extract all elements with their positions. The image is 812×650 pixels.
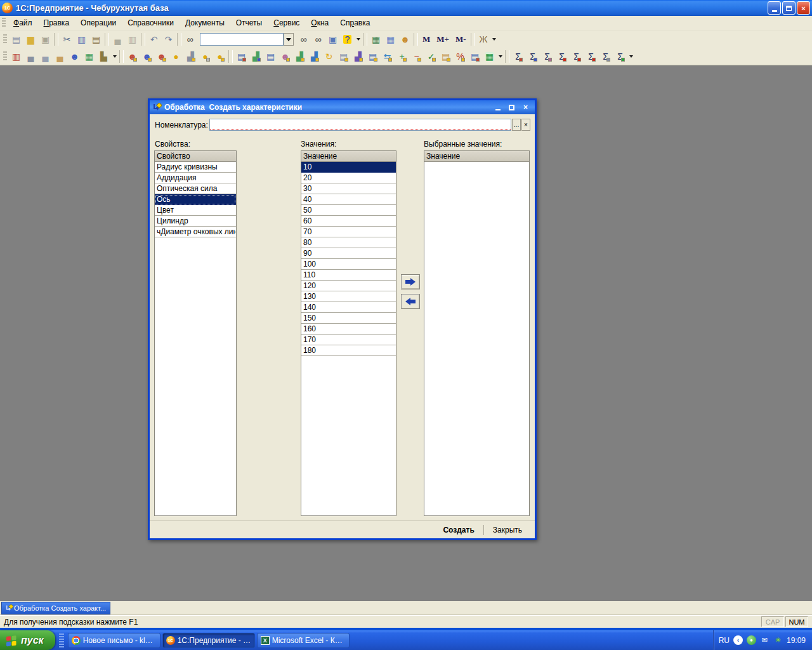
list-item[interactable]: 100	[301, 259, 396, 270]
icq-icon[interactable]: ✳	[773, 635, 783, 645]
list-item[interactable]: Аддидация	[155, 173, 236, 183]
taskbar-task[interactable]: XMicrosoft Excel - Кни...	[257, 633, 350, 648]
dialog-close-button[interactable]: ×	[521, 103, 530, 112]
language-indicator[interactable]: RU	[719, 636, 730, 645]
menu-file[interactable]: Файл	[8, 17, 38, 29]
windows-list-icon[interactable]: ▣	[325, 32, 340, 46]
move-right-button[interactable]	[401, 274, 420, 289]
start-button[interactable]: пуск	[0, 630, 55, 650]
doc-refresh-icon[interactable]: ⇆	[380, 50, 395, 63]
sigma-cube2-icon[interactable]: Σ	[569, 50, 584, 63]
quick-search-input[interactable]	[200, 33, 284, 46]
list-column-header[interactable]: Свойство	[155, 151, 236, 162]
list-item[interactable]: 110	[301, 270, 396, 281]
print-doc2-icon[interactable]: ▄	[38, 50, 53, 63]
coins-percent-icon[interactable]: %	[453, 50, 468, 63]
person-coins-orange-icon[interactable]: ☻	[154, 50, 169, 63]
doc-person2-icon[interactable]: ▤	[468, 50, 482, 63]
dialog-minimize-button[interactable]	[493, 103, 502, 112]
redo-icon[interactable]: ↷	[161, 32, 176, 46]
person-coins-red-icon[interactable]: ☻	[125, 50, 140, 63]
sigma-person-gray-icon[interactable]: Σ	[540, 50, 554, 63]
help-dropdown-icon[interactable]	[355, 33, 362, 46]
doc-coins-person-icon[interactable]: ▤	[336, 50, 351, 63]
sigma-person-red-icon[interactable]: Σ	[511, 50, 525, 63]
list-item[interactable]: 70	[301, 227, 396, 237]
list-item[interactable]: Радиус кривизны	[155, 162, 236, 173]
coins-doc-icon[interactable]: ▤	[438, 50, 453, 63]
monitor-plus-button[interactable]: М+	[433, 33, 452, 46]
list-item[interactable]: 60	[301, 216, 396, 227]
save-icon[interactable]: ▣	[38, 32, 53, 46]
nomenclature-clear-button[interactable]: ×	[521, 119, 530, 131]
restore-button[interactable]	[782, 1, 796, 15]
payroll-table-icon[interactable]: ▦	[82, 50, 96, 63]
doc-report-icon[interactable]: ▤	[263, 50, 278, 63]
doc-coins-icon[interactable]: ▤	[365, 50, 380, 63]
collapse-tray-icon[interactable]: ‹	[733, 635, 743, 645]
list-item[interactable]: Ось	[155, 194, 236, 205]
messenger-icon[interactable]: ●	[747, 635, 756, 645]
sigma-person-blue-icon[interactable]: Σ	[525, 50, 540, 63]
paste-icon[interactable]: ▤	[89, 32, 103, 46]
open-icon[interactable]: ▆	[23, 32, 38, 46]
operations-dropdown-icon[interactable]	[497, 50, 504, 63]
copy-icon[interactable]: ▥	[74, 32, 89, 46]
print-doc3-icon[interactable]: ▄	[53, 50, 67, 63]
cut-icon[interactable]: ✂	[60, 32, 74, 46]
structure-tree-icon[interactable]: ▦	[482, 50, 497, 63]
coins-stack-icon[interactable]: ●	[198, 50, 213, 63]
menu-documents[interactable]: Документы	[180, 17, 230, 29]
list-item[interactable]: Цвет	[155, 205, 236, 216]
menu-edit[interactable]: Правка	[38, 17, 75, 29]
user-lock-icon[interactable]: ☻	[398, 32, 412, 46]
list-item[interactable]: 140	[301, 302, 396, 313]
person-coin-icon[interactable]: ☻	[278, 50, 292, 63]
chart-coins-icon[interactable]: ▟	[292, 50, 307, 63]
list-column-header[interactable]: Значение	[424, 151, 529, 162]
combo-dropdown-icon[interactable]	[284, 33, 294, 46]
list-item[interactable]: 150	[301, 313, 396, 324]
list-item[interactable]: 120	[301, 281, 396, 291]
taskbar-task[interactable]: Новое письмо - klerlt...	[68, 633, 160, 648]
menu-windows[interactable]: Окна	[305, 17, 334, 29]
monitor-button[interactable]: М	[419, 33, 433, 46]
list-item[interactable]: 20	[301, 173, 396, 183]
nomenclature-select-button[interactable]: ...	[512, 119, 521, 131]
chart-coin-icon[interactable]: ▟	[351, 50, 365, 63]
find-icon[interactable]: ∞	[183, 32, 197, 46]
create-button[interactable]: Создать	[435, 524, 481, 536]
doc-person-icon[interactable]: ▤	[234, 50, 249, 63]
help-1c-icon[interactable]: ?	[340, 32, 355, 46]
new-document-icon[interactable]: ▤	[9, 32, 23, 46]
list-item[interactable]: 130	[301, 291, 396, 302]
print-doc-icon[interactable]: ▄	[23, 50, 38, 63]
list-item[interactable]: 80	[301, 237, 396, 248]
taskbar-task[interactable]: 1С1С:Предприятие - Ч...	[162, 633, 255, 648]
list-item[interactable]: 10	[301, 162, 396, 173]
list-item[interactable]: 160	[301, 324, 396, 335]
monitor-minus-button[interactable]: М-	[452, 33, 469, 46]
clock[interactable]: 19:09	[787, 636, 806, 645]
print-icon[interactable]: ▄	[110, 32, 125, 46]
move-left-button[interactable]	[401, 294, 420, 309]
list-item[interactable]: 40	[301, 194, 396, 205]
coins-chart-icon[interactable]: ▟	[183, 50, 198, 63]
print-preview-icon[interactable]: ▥	[125, 32, 140, 46]
coins-check-icon[interactable]: ✓	[424, 50, 438, 63]
service-settings-icon[interactable]: Ж	[476, 32, 491, 46]
doc-chart-green-icon[interactable]: ▟	[249, 50, 263, 63]
person-coins-blue-icon[interactable]: ☻	[140, 50, 154, 63]
list-column-header[interactable]: Значение	[301, 151, 396, 162]
menu-references[interactable]: Справочники	[122, 17, 180, 29]
list-item[interactable]: чДиаметр очковых линз	[155, 227, 236, 237]
mail-icon[interactable]: ✉	[760, 635, 769, 645]
find-next-icon[interactable]: ∞	[296, 32, 311, 46]
list-item[interactable]: Оптическая сила	[155, 183, 236, 194]
reports-journal-icon[interactable]: ▥	[9, 50, 23, 63]
coins-rotate-icon[interactable]: ↻	[322, 50, 336, 63]
coins-icon[interactable]: ●	[169, 50, 183, 63]
close-button[interactable]: ×	[797, 1, 810, 15]
calculator-icon[interactable]: ▦	[369, 32, 383, 46]
coins-pile-icon[interactable]: ●	[213, 50, 227, 63]
